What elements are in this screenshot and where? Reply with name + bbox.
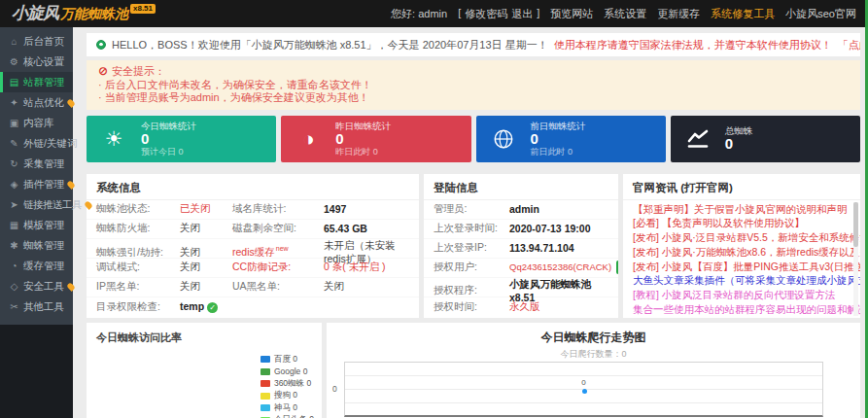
content-library-icon: ▣ (8, 118, 20, 128)
official-site-link[interactable]: 小旋风seo官网 (785, 7, 856, 21)
sun-icon: ☀ (98, 128, 129, 149)
sidebar-item-spiders[interactable]: ✱蜘蛛管理 (0, 235, 73, 256)
legend-swatch (260, 368, 270, 375)
account-links: [修改密码 退出] (458, 7, 539, 21)
news-link[interactable]: 【郑重声明】关于假冒小旋风官网的说明和声明 (623, 202, 860, 217)
system-settings-link[interactable]: 系统设置 (604, 7, 646, 21)
sidebar-item-plugins[interactable]: ◈插件管理 (0, 174, 73, 194)
table-row: 上次登录时间: 2020-07-13 19:00 (424, 220, 618, 239)
stat-card-sub: 昨日此时 0 (335, 147, 391, 157)
sidebar-item-site-group[interactable]: ▤站群管理 (0, 72, 73, 92)
version-badge: x8.51 (130, 4, 156, 14)
news-scrollbar-thumb[interactable] (853, 202, 858, 247)
table-row: IP黑名单: 关闭 UA黑名单: 关闭 (87, 278, 419, 297)
collect-icon: ↻ (8, 158, 20, 169)
sidebar-item-templates[interactable]: ▦模板管理 (0, 215, 73, 235)
sidebar-item-content-library[interactable]: ▣内容库 (0, 113, 73, 133)
top-header-bar: 小旋风 万能蜘蛛池 x8.51 您好: admin [修改密码 退出] 预览网站… (0, 0, 868, 27)
refresh-cache-link[interactable]: 更新缓存 (657, 7, 700, 21)
stat-card-total: 总蜘蛛 0 (671, 116, 860, 162)
legend-item-shenma[interactable]: 神马 0 (260, 403, 314, 413)
news-link[interactable]: 大鱼头文章采集插件（可将采集文章处理成小旋风支持的格式） (623, 273, 860, 288)
optimize-icon: ✦ (8, 97, 20, 108)
sidebar-item-links-keywords[interactable]: ✎外链/关键词 (0, 133, 73, 154)
sidebar-item-label: 后台首页 (23, 35, 64, 49)
trend-line-icon (682, 128, 713, 150)
login-value: 2020-07-13 19:00 (509, 223, 608, 234)
view-agreement-link[interactable]: 「点此查看协议」 (838, 38, 860, 52)
legend-item-360[interactable]: 360蜘蛛 0 (260, 379, 314, 389)
sidebar-item-core-settings[interactable]: ⚙核心设置 (0, 52, 73, 72)
sidebar-item-other-tools[interactable]: ✂其他工具 (0, 296, 73, 317)
repair-tool-link[interactable]: 系统修复工具 (711, 7, 775, 21)
welcome-bar: HELLO，BOSS！欢迎使用「小旋风万能蜘蛛池 x8.51」，今天是 2020… (87, 33, 860, 56)
sys-label: CC防御记录: (232, 261, 324, 274)
sys-value: 0 条( 未开启 ) (324, 261, 409, 274)
legend-item-baidu[interactable]: 百度 0 (260, 355, 314, 365)
sidebar-item-security-tools[interactable]: ◇安全工具 (0, 276, 73, 296)
sidebar-item-link-push-tool[interactable]: ➤链接推送工具 (0, 194, 73, 215)
sidebar-item-label: 链接推送工具 (23, 198, 82, 212)
news-link[interactable]: [必看] 【免责声明以及软件使用协议】 (623, 216, 860, 230)
news-link[interactable]: [发布] 小旋风·泛目录站群V5.5，新增安全和系统修复工具等 (623, 230, 860, 245)
security-tip-line: · 当前管理员账号为admin，为确保安全建议更改为其他！ (98, 91, 849, 105)
sidebar-item-collect[interactable]: ↻采集管理 (0, 154, 73, 174)
top-nav: 您好: admin [修改密码 退出] 预览网站 系统设置 更新缓存 系统修复工… (391, 7, 856, 21)
stat-card-label: 昨日蜘蛛统计 (335, 121, 391, 131)
logout-link[interactable]: 退出 (511, 7, 533, 21)
login-label: 管理员: (434, 202, 509, 216)
table-row: 授权时间: 永久版 (424, 297, 618, 317)
stat-cards-row: ☀ 今日蜘蛛统计 0 预计今日 0 ◑ 昨日蜘蛛统计 0 昨日此时 0 前日蜘蛛… (87, 116, 860, 162)
y-axis-tick: 0 (332, 384, 337, 394)
sys-value: 65.43 GB (324, 223, 409, 234)
stat-card-label: 总蜘蛛 (725, 125, 753, 136)
legend-label: 今日头条 0 (274, 414, 314, 418)
legend-item-google[interactable]: Google 0 (260, 366, 314, 376)
sidebar-item-cache[interactable]: ◔缓存管理 (0, 256, 73, 276)
sidebar-item-dashboard[interactable]: ⌂后台首页 (0, 31, 73, 52)
table-row: 授权程序: 小旋风万能蜘蛛池 x8.51 (424, 278, 618, 297)
login-label: 授权用户: (434, 261, 509, 274)
official-news-title: 官网资讯 (打开官网) (623, 174, 860, 200)
new-badge: new (276, 245, 289, 252)
tools-icon: ✂ (8, 301, 20, 312)
news-link[interactable]: [发布] 小旋风【百度】批量PING推送工具v3(日推送量百万) (623, 260, 860, 274)
legend-swatch (260, 404, 270, 411)
security-tips-box: ⊘ 安全提示： · 后台入口文件尚未改名，为确保安全，请重命名该文件！ · 当前… (87, 60, 860, 110)
legend-label: Google 0 (274, 366, 308, 376)
spider-trend-title: 今日蜘蛛爬行走势图 (327, 330, 860, 346)
news-list: 【郑重声明】关于假冒小旋风官网的说明和声明 [必看] 【免责声明以及软件使用协议… (623, 200, 860, 317)
stat-card-sub: 前日此时 0 (531, 147, 586, 157)
sys-value: 关闭 (180, 280, 232, 294)
table-row: 上次登录IP: 113.94.71.104 (424, 239, 618, 259)
login-label: 上次登录时间: (434, 222, 509, 235)
change-password-link[interactable]: 修改密码 (465, 7, 507, 21)
stat-card-day-before: 前日蜘蛛统计 0 前日此时 0 (476, 116, 666, 162)
news-link[interactable]: [教程] 小旋风泛目录站群的反向代理设置方法 (623, 288, 860, 302)
stat-card-label: 今日蜘蛛统计 (141, 121, 196, 131)
logo-text-secondary: 万能蜘蛛池 (60, 1, 128, 26)
news-link[interactable]: [发布] 小旋风·万能蜘蛛池x8.6，新增redis缓存以及多项功能 (623, 245, 860, 260)
preview-site-link[interactable]: 预览网站 (550, 7, 593, 21)
sidebar-item-site-optimize[interactable]: ✦站点优化 (0, 92, 73, 113)
news-scrollbar-track (853, 202, 858, 316)
sys-label: 蜘蛛防火墙: (96, 222, 180, 235)
license-user-value: Qq2436152386(CRACK) (509, 261, 611, 272)
login-info-title: 登陆信息 (424, 174, 618, 200)
sidebar-item-label: 外链/关键词 (23, 137, 77, 151)
trend-plot-area: 0 0 (344, 362, 823, 417)
stat-card-value: 0 (725, 136, 753, 152)
news-link[interactable]: 集合一些使用本站的站群程序容易出现的问题和解决方法 (623, 302, 860, 317)
login-info-panel: 登陆信息 管理员: admin 上次登录时间: 2020-07-13 19:00… (424, 174, 618, 318)
sys-label: 蜘蛛池状态: (96, 202, 180, 216)
update-button[interactable]: 更新 (616, 261, 618, 274)
sidebar-item-label: 安全工具 (23, 280, 64, 294)
login-value: Qq2436152386(CRACK)更新 (509, 261, 618, 274)
push-tool-icon: ➤ (8, 199, 20, 210)
cache-icon: ◔ (8, 261, 20, 271)
check-circle-icon: ✓ (207, 302, 218, 313)
plugin-icon: ◈ (8, 179, 20, 190)
template-icon: ▦ (8, 220, 20, 230)
legend-item-sogou[interactable]: 搜狗 0 (260, 391, 314, 401)
sys-value: 关闭 (180, 222, 232, 235)
